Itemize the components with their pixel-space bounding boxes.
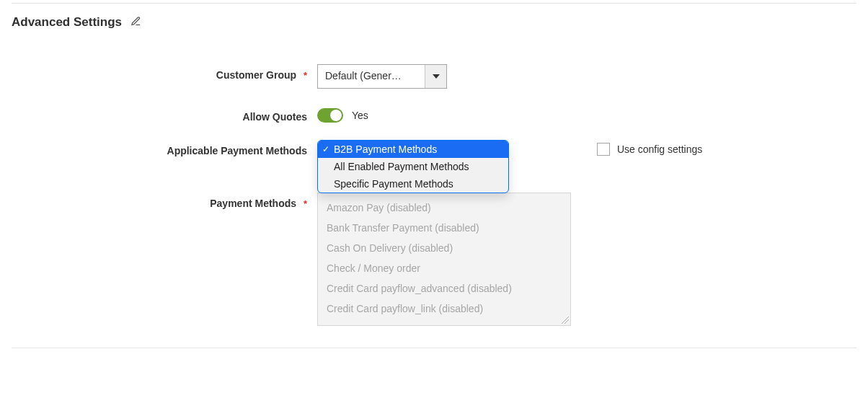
row-applicable-payment: Applicable Payment Methods B2B Payment M… bbox=[0, 140, 868, 156]
dropdown-option-label: B2B Payment Methods bbox=[334, 143, 437, 155]
label-customer-group: Customer Group * bbox=[0, 64, 317, 81]
use-config-label: Use config settings bbox=[617, 143, 702, 155]
dropdown-option-specific[interactable]: Specific Payment Methods bbox=[318, 175, 508, 193]
customer-group-select[interactable]: Default (Gener… bbox=[317, 64, 447, 89]
list-item[interactable]: Credit Card payflow_link (disabled) bbox=[324, 299, 564, 319]
label-applicable-payment: Applicable Payment Methods bbox=[0, 140, 317, 156]
applicable-payment-dropdown[interactable]: B2B Payment Methods All Enabled Payment … bbox=[317, 140, 509, 193]
required-mark: * bbox=[304, 70, 307, 81]
list-item[interactable]: Cash On Delivery (disabled) bbox=[324, 238, 564, 258]
bottom-rule bbox=[12, 348, 856, 348]
allow-quotes-toggle[interactable] bbox=[317, 108, 343, 123]
list-item[interactable]: Bank Transfer Payment (disabled) bbox=[324, 218, 564, 238]
list-item[interactable]: Credit Card payflow_advanced (disabled) bbox=[324, 278, 564, 299]
list-item[interactable]: Check / Money order bbox=[324, 258, 564, 278]
label-payment-methods: Payment Methods * bbox=[0, 193, 317, 209]
list-item[interactable]: Amazon Pay (disabled) bbox=[324, 198, 564, 218]
chevron-down-icon bbox=[425, 65, 446, 88]
row-customer-group: Customer Group * Default (Gener… bbox=[0, 64, 868, 89]
label-allow-quotes: Allow Quotes bbox=[0, 106, 317, 123]
dropdown-option-all-enabled[interactable]: All Enabled Payment Methods bbox=[318, 158, 508, 175]
use-config-checkbox[interactable] bbox=[597, 143, 610, 156]
edit-icon[interactable] bbox=[130, 16, 141, 29]
dropdown-option-b2b[interactable]: B2B Payment Methods bbox=[318, 141, 508, 158]
customer-group-value: Default (Gener… bbox=[318, 65, 425, 88]
payment-methods-multiselect[interactable]: Amazon Pay (disabled) Bank Transfer Paym… bbox=[317, 193, 571, 326]
required-mark: * bbox=[304, 198, 307, 209]
toggle-knob bbox=[330, 110, 342, 121]
row-allow-quotes: Allow Quotes Yes bbox=[0, 106, 868, 123]
allow-quotes-value: Yes bbox=[352, 110, 368, 121]
dropdown-option-label: All Enabled Payment Methods bbox=[334, 161, 469, 172]
label-text: Allow Quotes bbox=[243, 111, 307, 123]
row-payment-methods: Payment Methods * Amazon Pay (disabled) … bbox=[0, 193, 868, 326]
dropdown-option-label: Specific Payment Methods bbox=[334, 178, 453, 190]
section-title: Advanced Settings bbox=[12, 15, 122, 30]
label-text: Customer Group bbox=[216, 69, 296, 81]
label-text: Payment Methods bbox=[210, 198, 296, 209]
section-header: Advanced Settings bbox=[0, 4, 868, 47]
label-text: Applicable Payment Methods bbox=[167, 145, 307, 156]
